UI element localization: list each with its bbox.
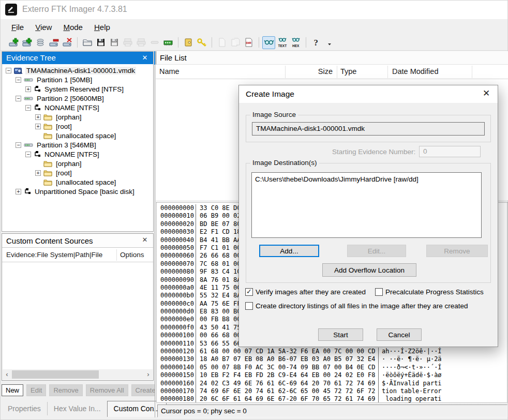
save-icon[interactable] bbox=[108, 36, 121, 49]
text-mode-icon[interactable]: TEXT bbox=[276, 36, 289, 49]
hex-mode-icon[interactable]: HEX bbox=[289, 36, 302, 49]
help-icon[interactable]: ? bbox=[309, 36, 322, 49]
panel-splitter[interactable] bbox=[155, 65, 155, 417]
remove-evidence-item-icon[interactable] bbox=[47, 36, 60, 49]
column-divider[interactable] bbox=[337, 66, 337, 78]
custom-content-list[interactable] bbox=[2, 262, 153, 367]
column-divider[interactable] bbox=[387, 66, 388, 78]
tree-expander-icon[interactable]: − bbox=[6, 68, 11, 73]
column-date-modified[interactable]: Date Modified bbox=[392, 67, 438, 76]
add-evidence-item-icon[interactable] bbox=[7, 36, 20, 49]
tab-hex-value-in-[interactable]: Hex Value In... bbox=[47, 402, 107, 415]
start-button[interactable]: Start bbox=[318, 328, 363, 341]
destination-list[interactable]: C:\Users\thebe\Downloads\JimmyHardDrive … bbox=[251, 172, 482, 238]
tree-node-label: NONAME [NTFS] bbox=[43, 104, 100, 112]
custom-content-title: Custom Content Sources bbox=[6, 236, 93, 245]
directory-listings-checkbox[interactable] bbox=[245, 302, 253, 310]
tree-node[interactable]: −NONAME [NTFS] bbox=[2, 149, 153, 159]
export-files-icon[interactable] bbox=[229, 36, 242, 49]
obtain-protected-files-icon[interactable] bbox=[182, 36, 195, 49]
remove-button: Remove bbox=[49, 384, 82, 396]
tree-node[interactable]: −Partition 2 [50600MB] bbox=[2, 94, 153, 103]
menu-mode[interactable]: Mode bbox=[57, 21, 88, 33]
detect-efs-encryption-icon[interactable] bbox=[195, 36, 208, 49]
tree-node[interactable]: +Unpartitioned Space [basic disk] bbox=[2, 187, 153, 196]
auto-mode-icon[interactable] bbox=[262, 36, 275, 49]
add-all-attached-devices-icon[interactable] bbox=[20, 36, 33, 49]
starting-evidence-field[interactable]: 0 bbox=[419, 146, 481, 157]
file-list-column-headers: Name Size Type Date Modified bbox=[156, 65, 508, 79]
write-blocker-icon[interactable] bbox=[148, 36, 161, 49]
tree-node[interactable]: −TMAMachineA-disk1-000001.vmdk bbox=[2, 66, 153, 75]
menu-bar: FileViewModeHelp bbox=[1, 19, 507, 35]
tree-expander-icon[interactable]: + bbox=[35, 170, 41, 176]
column-size[interactable]: Size bbox=[285, 67, 333, 76]
print-icon[interactable] bbox=[135, 36, 147, 49]
menu-help[interactable]: Help bbox=[88, 21, 116, 33]
tab-properties[interactable]: Properties bbox=[2, 402, 47, 415]
toolbar-overflow-icon[interactable] bbox=[323, 36, 336, 49]
scroll-left-icon[interactable]: ‹ bbox=[3, 369, 11, 380]
tree-node-label: Partition 2 [50600MB] bbox=[36, 95, 105, 102]
tree-expander-icon[interactable]: − bbox=[16, 142, 21, 148]
menu-file[interactable]: File bbox=[6, 21, 29, 33]
column-divider[interactable] bbox=[472, 66, 472, 78]
tree-expander-icon[interactable]: − bbox=[16, 96, 21, 101]
tree-expander-icon[interactable]: − bbox=[16, 77, 21, 83]
tree-expander-icon[interactable]: + bbox=[25, 86, 31, 92]
cancel-button[interactable]: Cancel bbox=[377, 328, 422, 341]
capture-memory-icon[interactable] bbox=[161, 36, 174, 49]
tree-node[interactable]: [unallocated space] bbox=[2, 131, 153, 140]
hex-bytes: E8 83 00 B0 bbox=[196, 308, 241, 316]
new-document-icon[interactable] bbox=[215, 36, 228, 49]
evidence-tree-panel: Evidence Tree ✕ −TMAMachineA-disk1-00000… bbox=[2, 51, 154, 232]
tree-node[interactable]: [orphan] bbox=[2, 159, 153, 168]
close-icon[interactable]: ✕ bbox=[481, 85, 491, 103]
hex-offset: 000000000 bbox=[157, 204, 196, 212]
tree-expander-icon[interactable]: + bbox=[35, 124, 41, 129]
tree-node[interactable]: +[root] bbox=[2, 122, 153, 131]
close-icon[interactable]: ✕ bbox=[141, 234, 149, 246]
directory-listings-option[interactable]: Create directory listings of all files i… bbox=[245, 302, 468, 310]
remove-all-evidence-items-icon[interactable] bbox=[61, 36, 73, 49]
image-source-field[interactable]: TMAMachineA-disk1-000001.vmdk bbox=[252, 122, 485, 136]
column-evidence-path[interactable]: Evidence:File System|Path|File bbox=[6, 251, 102, 259]
tree-expander-icon[interactable]: − bbox=[25, 152, 31, 157]
verify-images-checkbox[interactable] bbox=[245, 288, 253, 296]
hex-bytes: AA 75 6E FF bbox=[196, 300, 241, 308]
save-icon[interactable] bbox=[94, 36, 107, 49]
scroll-right-icon[interactable]: › bbox=[144, 369, 153, 380]
open-image-icon[interactable] bbox=[81, 36, 94, 49]
close-icon[interactable]: ✕ bbox=[141, 52, 149, 64]
horizontal-scrollbar[interactable]: ‹ › bbox=[3, 369, 153, 380]
toolbar-separator bbox=[77, 37, 78, 48]
add-overflow-location-button[interactable]: Add Overflow Location bbox=[322, 263, 416, 277]
tree-node[interactable]: +[root] bbox=[2, 168, 153, 177]
verify-images-option[interactable]: Verify images after they are created bbox=[245, 288, 366, 296]
column-options[interactable]: Options bbox=[120, 251, 144, 259]
tree-node[interactable]: +System Reserved [NTFS] bbox=[2, 84, 153, 94]
print-icon[interactable] bbox=[121, 36, 134, 49]
dialog-title-bar[interactable]: Create Image ✕ bbox=[239, 85, 498, 103]
add-button[interactable]: Add... bbox=[259, 245, 319, 257]
precalculate-option[interactable]: Precalculate Progress Statistics bbox=[375, 288, 484, 296]
scrollbar-thumb[interactable] bbox=[12, 370, 99, 379]
menu-view[interactable]: View bbox=[29, 21, 57, 33]
tree-node[interactable]: −NONAME [NTFS] bbox=[2, 103, 153, 112]
tree-node[interactable]: −Partition 1 [50MB] bbox=[2, 75, 153, 84]
tree-node[interactable]: +[orphan] bbox=[2, 112, 153, 122]
hex-bytes: 26 66 68 00 bbox=[196, 252, 241, 260]
tree-expander-icon[interactable]: − bbox=[25, 105, 31, 111]
tree-node-label: [root] bbox=[55, 169, 73, 177]
column-name[interactable]: Name bbox=[159, 67, 180, 76]
destination-item[interactable]: C:\Users\thebe\Downloads\JimmyHardDrive … bbox=[255, 175, 481, 184]
tree-node[interactable]: −Partition 3 [546MB] bbox=[2, 140, 153, 149]
tree-expander-icon[interactable]: + bbox=[35, 114, 41, 120]
image-mounting-icon[interactable] bbox=[34, 36, 47, 49]
tree-node[interactable]: [unallocated space] bbox=[2, 177, 153, 187]
tree-expander-icon[interactable]: + bbox=[16, 189, 21, 194]
export-directory-listing-icon[interactable]: DIR bbox=[242, 36, 255, 49]
precalculate-checkbox[interactable] bbox=[375, 288, 383, 296]
new-button[interactable]: New bbox=[2, 384, 23, 396]
column-type[interactable]: Type bbox=[340, 67, 356, 76]
